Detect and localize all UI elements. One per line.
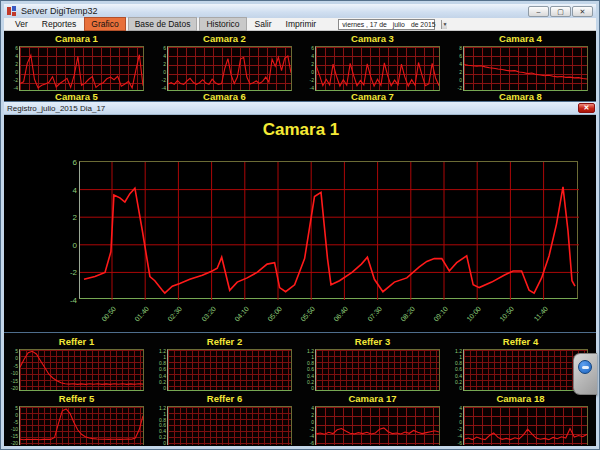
y-tick-label: -4 <box>310 434 314 439</box>
mini-chart-plot-camara2[interactable] <box>167 46 292 91</box>
reffer-row-2: Reffer 550-5-10-15-20Reffer 61.210.80.60… <box>4 393 596 445</box>
y-tick-label: -2 <box>310 427 314 432</box>
mini-chart-cell: Reffer 550-5-10-15-20 <box>4 393 152 445</box>
menu-item-salir[interactable]: Salir <box>249 18 278 30</box>
mini-chart-line <box>20 409 143 440</box>
mini-chart-cell: Reffer 61.210.80.60.40.20 <box>152 393 300 445</box>
x-tick-label: 01:40 <box>133 305 150 323</box>
minimize-button[interactable]: – <box>528 6 549 17</box>
temperature-line <box>84 187 575 293</box>
mini-chart-cell: Camara 26420-2-4 <box>152 33 300 91</box>
menu-item-grafico[interactable]: Grafico <box>84 17 125 31</box>
mini-chart-cell: Camara 486420-2 <box>448 33 596 91</box>
mini-chart-plot-camara1[interactable] <box>19 46 144 91</box>
y-tick-label: 6 <box>61 158 77 167</box>
y-tick-label: -15 <box>11 434 18 439</box>
y-tick-label: -2 <box>14 78 18 83</box>
y-tick-label: 2 <box>311 62 314 67</box>
y-tick-label: 4 <box>163 54 166 59</box>
close-button[interactable]: ✕ <box>572 6 593 17</box>
y-tick-label: 0 <box>311 70 314 75</box>
y-tick-label: -2 <box>458 427 462 432</box>
y-tick-label: -5 <box>14 420 18 425</box>
chart-window: Registro_julio_2015 Dia_17 ✕ Camara 1 64… <box>4 101 596 333</box>
date-dropdown-icon[interactable]: ▼ <box>441 20 447 29</box>
y-tick-label: 0 <box>15 70 18 75</box>
mini-chart-title: Reffer 5 <box>9 393 144 404</box>
maximize-button[interactable]: ▢ <box>550 6 571 17</box>
mini-chart: 1.210.80.60.40.20 <box>305 349 440 391</box>
y-tick-label: 0 <box>311 420 314 425</box>
mini-chart-plot-camara4[interactable] <box>463 46 588 91</box>
y-tick-label: 4 <box>311 54 314 59</box>
mini-chart-cell: Camara 36420-2-4 <box>300 33 448 91</box>
chart-window-close-button[interactable]: ✕ <box>578 103 595 113</box>
menu-item-historico[interactable]: Historico <box>199 17 246 31</box>
mini-chart: 1.210.80.60.40.20 <box>157 349 292 391</box>
teamviewer-panel-icon[interactable] <box>573 353 597 395</box>
y-tick-label: 0 <box>15 356 18 361</box>
mini-chart-plot-reffer6[interactable] <box>167 406 292 445</box>
y-tick-label: -15 <box>11 379 18 384</box>
mini-y-axis-labels: 50-5-10-15-20 <box>9 406 19 445</box>
y-tick-label: 4 <box>15 54 18 59</box>
y-tick-label: 0 <box>163 70 166 75</box>
y-tick-label: -6 <box>310 441 314 445</box>
menu-item-base-de-datos[interactable]: Base de Datos <box>128 17 198 31</box>
mini-chart-plot-camara3[interactable] <box>315 46 440 91</box>
x-tick-label: 04:10 <box>233 305 250 323</box>
date-day: viernes , 17 de <box>342 21 387 28</box>
mini-chart: 6420-2-4 <box>9 46 144 91</box>
y-tick-label: 0.6 <box>455 367 462 372</box>
mini-chart-title: Reffer 2 <box>157 336 292 347</box>
mini-chart-title: Camara 3 <box>305 33 440 44</box>
menu-item-ver[interactable]: Ver <box>9 18 34 30</box>
mini-chart-title: Camara 2 <box>157 33 292 44</box>
y-tick-label: -6 <box>458 441 462 445</box>
mini-y-axis-labels: 1.210.80.60.40.20 <box>157 406 167 445</box>
y-tick-label: -4 <box>61 296 77 305</box>
date-picker[interactable]: viernes , 17 de julio de 2015 ▼ <box>338 19 435 30</box>
title-bar[interactable]: Server DigiTemp32 –▢✕ <box>4 4 596 18</box>
y-tick-label: 0 <box>311 386 314 391</box>
mini-chart-title: Camara 18 <box>453 393 588 404</box>
y-tick-label: -2 <box>61 268 77 277</box>
mini-chart-plot-reffer3[interactable] <box>315 349 440 391</box>
x-tick-label: 08:20 <box>399 305 416 323</box>
y-tick-label: 6 <box>459 54 462 59</box>
mini-chart: 6420-2-4 <box>157 46 292 91</box>
mini-chart: 6420-2-4 <box>305 46 440 91</box>
menu-item-imprimir[interactable]: Imprimir <box>280 18 323 30</box>
mini-chart: 420-2-4-6 <box>305 406 440 445</box>
x-tick-label: 05:00 <box>266 305 283 323</box>
mini-y-axis-labels: 1.210.80.60.40.20 <box>157 349 167 391</box>
mini-chart-title: Reffer 3 <box>305 336 440 347</box>
mini-chart-plot-reffer1[interactable] <box>19 349 144 391</box>
y-tick-label: 4 <box>311 406 314 411</box>
y-tick-label: 0 <box>61 241 77 250</box>
mini-chart-plot-reffer4[interactable] <box>463 349 588 391</box>
y-tick-label: 5 <box>15 349 18 354</box>
menu-item-reportes[interactable]: Reportes <box>36 18 83 30</box>
mini-chart-plot-camara18[interactable] <box>463 406 588 445</box>
chart-window-titlebar[interactable]: Registro_julio_2015 Dia_17 ✕ <box>4 102 596 115</box>
y-tick-label: 0 <box>459 78 462 83</box>
mini-chart-line <box>316 428 439 434</box>
y-tick-label: 0 <box>459 420 462 425</box>
y-tick-label: 6 <box>311 46 314 51</box>
mini-chart-line <box>464 429 587 440</box>
mini-chart-title: Reffer 1 <box>9 336 144 347</box>
window-title: Server DigiTemp32 <box>21 6 528 16</box>
mini-chart: 50-5-10-15-20 <box>9 349 144 391</box>
mini-chart-cell: Reffer 21.210.80.60.40.20 <box>152 336 300 391</box>
y-tick-label: 0.6 <box>159 367 166 372</box>
mini-chart-cell: Camara 18420-2-4-6 <box>448 393 596 445</box>
mini-chart-cell: Camara 16420-2-4 <box>4 33 152 91</box>
mini-chart-line <box>20 351 143 384</box>
app-icon <box>7 6 17 16</box>
mini-chart-plot-camara17[interactable] <box>315 406 440 445</box>
main-chart-plot: 6420-2-400:5001:4002:3003:2004:1005:0005… <box>79 161 578 299</box>
mini-chart-plot-reffer5[interactable] <box>19 406 144 445</box>
y-tick-label: -10 <box>11 371 18 376</box>
mini-chart-plot-reffer2[interactable] <box>167 349 292 391</box>
